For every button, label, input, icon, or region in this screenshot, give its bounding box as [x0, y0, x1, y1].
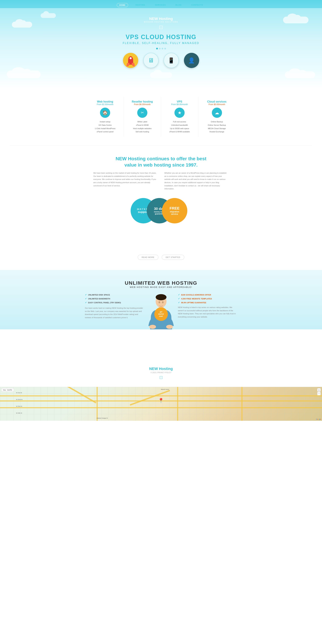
dot-3[interactable]: [162, 48, 163, 50]
wh-feature-cpanel-label: EASY CONTROL PANEL (TRY DEMO): [88, 302, 121, 304]
plan-reseller-feature-4: Sell web hosting: [126, 130, 158, 134]
wh-col-right: ✓ $100 GOOGLE ADWORDS OFFER ✓ 4,500 FREE…: [178, 294, 237, 319]
map-pin: 📍: [158, 398, 164, 403]
hero-icon-support[interactable]: 👤: [184, 53, 199, 68]
plan-vps-price: From $9.95/month: [164, 103, 196, 106]
map-controls[interactable]: Map Satellite: [1, 388, 14, 392]
wh-feature-uptime: ✓ 99.9% UPTIME GUARANTEE: [178, 301, 237, 304]
check-icon-5: ✓: [178, 297, 180, 300]
plan-vps-feature-3: Up to 50GB web space: [164, 127, 196, 130]
plan-web-features: Instant setup UK Data Centre 1-Click Ins…: [89, 120, 121, 134]
dot-2[interactable]: [159, 48, 160, 50]
read-more-button[interactable]: READ MORE: [138, 255, 158, 260]
wh-feature-templates-label: 4,500 FREE WEBSITE TEMPLATES: [181, 298, 212, 300]
feature-circles: 24 X 7 X 365 support 30 day money back g…: [131, 197, 192, 224]
nav-links: HOME HOSTING SERVICES BLOG CONTACTS: [117, 2, 206, 8]
brand-sub: MODERN HOSTING SOLUTIONS: [7, 21, 315, 23]
nav-blog[interactable]: BLOG: [173, 3, 184, 7]
plan-vps-feature-4: cPanel & WHM available: [164, 130, 196, 134]
about-section: NEW Hosting continues to offer the best …: [0, 146, 322, 270]
hero-icons: 🖥 📱 👤: [7, 53, 315, 68]
check-icon-3: ✓: [85, 301, 87, 304]
dot-4[interactable]: [164, 48, 166, 50]
wh-feature-disk-label: UNLIMITED DISK SPACE: [88, 294, 110, 296]
plan-web-feature-2: UK Data Centre: [89, 124, 121, 127]
svg-point-1: [156, 294, 166, 300]
hero-title: VPS CLOUD HOSTING: [7, 34, 315, 40]
get-started-button[interactable]: GET STARTED: [162, 255, 184, 260]
get-started-badge[interactable]: getstartednow!: [154, 307, 168, 321]
plan-web-feature-1: Instant setup: [89, 120, 121, 124]
check-icon-6: ✓: [178, 301, 180, 304]
hero-subtitle: FLEXIBLE, SELF-HEALING, FULLY MANAGED: [7, 42, 315, 45]
hero-icon-mobile[interactable]: 📱: [164, 53, 179, 68]
about-title: NEW Hosting continues to offer the best …: [110, 156, 212, 168]
footer-brand: NEW Hosting: [7, 366, 315, 371]
wh-feature-adwords-label: $100 GOOGLE ADWORDS OFFER: [181, 294, 211, 296]
circle-free-migration: FREE migration service: [162, 198, 187, 224]
map-label-6: Barrell Jumer: [161, 388, 169, 390]
map-label-5: Mabbet Orange St: [96, 417, 108, 419]
plan-reseller-title: Reseller hosting: [126, 100, 158, 103]
svg-point-4: [166, 325, 173, 329]
map-zoom-out[interactable]: −: [317, 392, 321, 395]
nav-hosting[interactable]: HOSTING: [133, 3, 148, 7]
plan-cloud-feature-2: Online Server Backup: [201, 124, 233, 127]
map-label-2: W 22nd St: [16, 399, 22, 400]
circle-free-sublabel: migration: [170, 210, 179, 213]
dot-1[interactable]: [156, 48, 158, 50]
plan-web-price: From $2.00/month: [89, 103, 121, 106]
wh-subtitle: WEB HOSTING MADE EASY AND AFFORDABLE!: [14, 286, 308, 288]
nav-services[interactable]: SERVICES: [152, 3, 168, 7]
wh-feature-uptime-label: 99.9% UPTIME GUARANTEE: [181, 302, 206, 304]
map-tab-map[interactable]: Map: [3, 389, 6, 391]
map-zoom-in[interactable]: +: [317, 388, 321, 392]
check-icon-2: ✓: [85, 297, 87, 300]
webhosting-section: UNLIMITED WEB HOSTING WEB HOSTING MADE E…: [0, 270, 322, 329]
nav-contacts[interactable]: CONTACTS: [189, 3, 205, 7]
plan-vps-features: Full root access Unlimited bandwidth Up …: [164, 120, 196, 134]
hero-section: NEW Hosting MODERN HOSTING SOLUTIONS ⊡ V…: [0, 8, 322, 88]
plan-cloud-price: From $0.00/month: [201, 103, 233, 106]
plan-reseller-price: From $6.00/month: [126, 103, 158, 106]
map-label-1: W 21st St: [16, 392, 22, 394]
logo-icon: ⊡: [7, 24, 315, 30]
map-tab-satellite[interactable]: Satellite: [7, 389, 12, 391]
check-icon-4: ✓: [178, 294, 180, 296]
plan-vps-feature-2: Unlimited bandwidth: [164, 124, 196, 127]
plan-vps-title: VPS: [164, 100, 196, 103]
wh-feature-templates: ✓ 4,500 FREE WEBSITE TEMPLATES: [178, 297, 237, 300]
wh-feature-cpanel: ✓ EASY CONTROL PANEL (TRY DEMO): [85, 301, 144, 304]
wh-description-left: Our team works hard on making NEW Hostin…: [85, 306, 144, 319]
map-road-horizontal-2: [0, 407, 322, 408]
footer: NEW Hosting © 2015 | PRIVACY POLICY ⊡: [0, 329, 322, 387]
wh-feature-bandwidth-label: UNLIMITED BANDWIDTH: [88, 298, 110, 300]
plans-section: Web hosting From $2.00/month 🏠 Instant s…: [0, 88, 322, 146]
plan-vps-feature-1: Full root access: [164, 120, 196, 124]
plan-web-feature-4: cPanel control panel: [89, 130, 121, 134]
map-zoom: + −: [317, 388, 321, 395]
circle-free-sublabel2: service: [171, 213, 178, 215]
hero-icon-rocket[interactable]: [123, 53, 138, 68]
wh-feature-adwords: ✓ $100 GOOGLE ADWORDS OFFER: [178, 294, 237, 296]
wh-feature-bandwidth: ✓ UNLIMITED BANDWIDTH: [85, 297, 144, 300]
wh-feature-disk: ✓ UNLIMITED DISK SPACE: [85, 294, 144, 296]
plan-reseller-icon: ✂: [137, 108, 148, 118]
wh-description-right: NEW Hosting is listed in top series on v…: [178, 306, 237, 318]
map-label-3: W 23rd St: [16, 406, 22, 407]
plan-cloud-feature-4: Hosted Exchange: [201, 130, 233, 134]
plan-vps-icon: ★: [174, 108, 184, 118]
google-logo: Google: [316, 418, 321, 420]
plan-reseller-feature-2: cPanel & WHM: [126, 124, 158, 127]
person-figure: getstartednow!: [148, 292, 174, 329]
hero-dots: [7, 48, 315, 50]
footer-logo-icon: ⊡: [7, 375, 315, 380]
hero-icon-server[interactable]: 🖥: [143, 53, 158, 68]
nav-home[interactable]: HOME: [117, 3, 128, 7]
svg-point-6: [158, 301, 160, 303]
svg-point-7: [162, 301, 164, 303]
plan-cloud-feature-1: Online Backup: [201, 120, 233, 124]
plan-cloud-title: Cloud services: [201, 100, 233, 103]
plan-web-feature-3: 1-Click Install WordPress: [89, 127, 121, 130]
plan-reseller-features: White Label cPanel & WHM Host multiple w…: [126, 120, 158, 134]
